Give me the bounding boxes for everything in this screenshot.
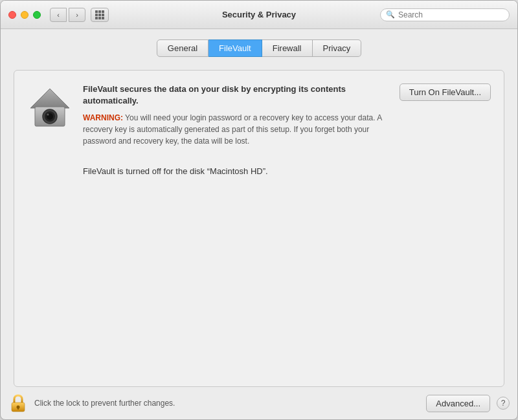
bottom-bar: Click the lock to prevent further change… — [1, 387, 517, 419]
maximize-button[interactable] — [33, 11, 41, 19]
app-grid-button[interactable] — [91, 8, 109, 22]
forward-button[interactable]: › — [69, 8, 85, 22]
search-bar[interactable]: 🔍 — [380, 8, 510, 21]
traffic-lights — [8, 11, 41, 19]
turn-on-filevault-button[interactable]: Turn On FileVault... — [400, 83, 491, 101]
close-button[interactable] — [8, 11, 16, 19]
tab-filevault[interactable]: FileVault — [208, 39, 262, 57]
search-input[interactable] — [398, 10, 504, 19]
advanced-button[interactable]: Advanced... — [426, 395, 490, 412]
titlebar: ‹ › Security & Privacy 🔍 — [1, 1, 517, 29]
lock-label: Click the lock to prevent further change… — [34, 399, 175, 408]
content-area: General FileVault Firewall Privacy — [1, 29, 517, 387]
back-button[interactable]: ‹ — [50, 8, 67, 22]
panel-description: FileVault secures the data on your disk … — [83, 83, 389, 107]
back-icon: ‹ — [57, 11, 60, 19]
lock-button[interactable] — [8, 393, 28, 413]
svg-marker-0 — [30, 89, 69, 108]
panel-top: FileVault secures the data on your disk … — [27, 83, 491, 147]
tab-general[interactable]: General — [157, 39, 208, 57]
main-window: ‹ › Security & Privacy 🔍 General FileVau… — [0, 0, 518, 420]
panel-warning: WARNING: You will need your login passwo… — [83, 112, 389, 147]
minimize-button[interactable] — [21, 11, 28, 19]
filevault-status: FileVault is turned off for the disk “Ma… — [27, 166, 491, 176]
grid-icon — [95, 10, 104, 19]
tab-privacy[interactable]: Privacy — [313, 39, 362, 57]
filevault-panel: FileVault secures the data on your disk … — [14, 70, 504, 387]
svg-point-5 — [47, 114, 49, 116]
warning-label: WARNING: — [83, 113, 123, 122]
help-button[interactable]: ? — [497, 397, 510, 410]
panel-description-area: FileVault secures the data on your disk … — [83, 83, 389, 147]
filevault-icon — [27, 83, 73, 129]
tab-firewall[interactable]: Firewall — [262, 39, 313, 57]
svg-rect-8 — [17, 407, 19, 410]
forward-icon: › — [76, 11, 78, 19]
window-title: Security & Privacy — [222, 10, 296, 19]
warning-text: You will need your login password or a r… — [83, 113, 382, 146]
tab-bar: General FileVault Firewall Privacy — [14, 39, 504, 57]
search-icon: 🔍 — [386, 10, 395, 19]
nav-buttons: ‹ › — [50, 8, 85, 22]
lock-icon — [10, 394, 26, 412]
